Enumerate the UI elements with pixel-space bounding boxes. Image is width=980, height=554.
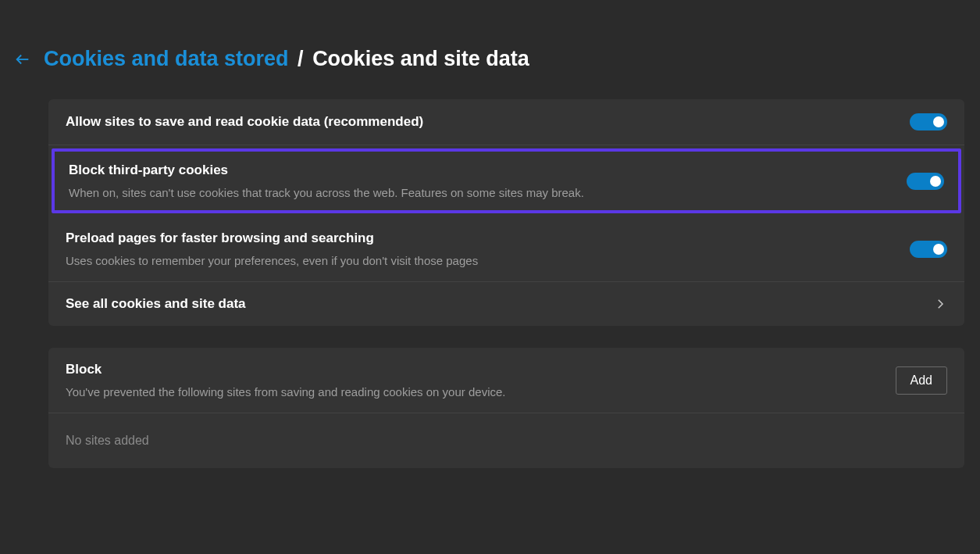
block-desc: You've prevented the following sites fro… <box>66 385 896 399</box>
block-empty-row: No sites added <box>48 413 964 468</box>
add-button[interactable]: Add <box>896 366 947 395</box>
settings-panel: Allow sites to save and read cookie data… <box>48 99 964 326</box>
block-title: Block <box>66 362 896 377</box>
preload-row: Preload pages for faster browsing and se… <box>48 216 964 282</box>
see-all-title: See all cookies and site data <box>66 296 933 312</box>
allow-cookies-row: Allow sites to save and read cookie data… <box>48 99 964 145</box>
back-arrow-icon[interactable] <box>14 51 31 68</box>
block-empty-text: No sites added <box>66 434 149 448</box>
block-panel: Block You've prevented the following sit… <box>48 348 964 468</box>
preload-desc: Uses cookies to remember your preference… <box>66 254 910 267</box>
preload-title: Preload pages for faster browsing and se… <box>66 231 910 246</box>
allow-cookies-title: Allow sites to save and read cookie data… <box>66 114 910 130</box>
block-header-row: Block You've prevented the following sit… <box>48 348 964 413</box>
breadcrumb: Cookies and data stored / Cookies and si… <box>44 47 529 71</box>
block-third-party-title: Block third-party cookies <box>69 163 907 178</box>
see-all-row[interactable]: See all cookies and site data <box>48 282 964 326</box>
block-third-party-desc: When on, sites can't use cookies that tr… <box>69 186 907 199</box>
preload-toggle[interactable] <box>910 241 947 258</box>
breadcrumb-link[interactable]: Cookies and data stored <box>44 47 289 70</box>
block-third-party-row: Block third-party cookies When on, sites… <box>52 148 961 213</box>
breadcrumb-current: Cookies and site data <box>312 47 529 70</box>
block-third-party-toggle[interactable] <box>907 173 944 190</box>
page-header: Cookies and data stored / Cookies and si… <box>14 47 966 71</box>
breadcrumb-separator: / <box>298 47 309 70</box>
allow-cookies-toggle[interactable] <box>910 113 947 130</box>
chevron-right-icon <box>933 297 947 311</box>
